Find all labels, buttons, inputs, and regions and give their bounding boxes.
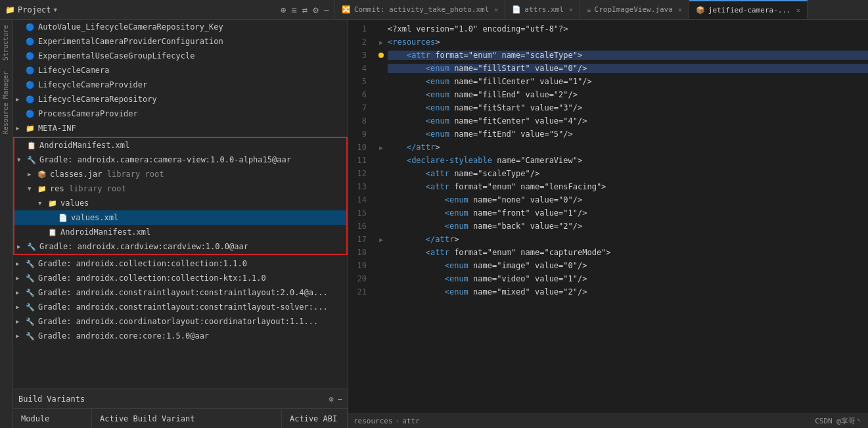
build-variants-title: Build Variants xyxy=(18,394,329,404)
tree-arrow: ▶ xyxy=(16,96,25,103)
tree-item[interactable]: ▼📁res library root xyxy=(14,181,346,196)
tab-icon-jetified: 📦 xyxy=(696,6,705,14)
structure-tab[interactable]: Structure xyxy=(0,20,12,66)
tree-label: ExperimentalUseCaseGroupLifecycle xyxy=(38,51,194,60)
tree-item[interactable]: 📄values.xml xyxy=(14,210,346,225)
code-text: <resources> xyxy=(388,37,440,47)
resource-manager-tab[interactable]: Resource Manager xyxy=(0,66,12,139)
code-text: <attr format="enum" name="lensFacing"> xyxy=(388,182,606,191)
line-number: 6 xyxy=(348,90,375,99)
tab-attrs[interactable]: 📄attrs.xml✕ xyxy=(505,0,580,19)
gutter-dot xyxy=(378,53,384,58)
build-variants-icons: ⚙ − xyxy=(329,394,342,404)
tree-item[interactable]: ▶📦classes.jar library root xyxy=(14,167,346,181)
line-number: 21 xyxy=(348,287,375,297)
list-icon[interactable]: ≡ xyxy=(291,5,296,15)
tab-close-attrs[interactable]: ✕ xyxy=(569,6,573,13)
tree-item[interactable]: ▼🔧Gradle: androidx.camera:camera-view:1.… xyxy=(14,153,346,167)
right-panel: 1<?xml version="1.0" encoding="utf-8"?>2… xyxy=(348,20,868,428)
code-text: <enum name="fillStart" value="0"/> xyxy=(388,64,868,73)
code-text: </attr> xyxy=(388,235,459,244)
tree-item[interactable]: ▼📁values xyxy=(14,196,346,210)
line-gutter: ▶ xyxy=(375,144,388,151)
minimize-icon[interactable]: − xyxy=(324,5,329,15)
folder-icon: 📁 xyxy=(5,5,15,14)
tab-close-jetified[interactable]: ✕ xyxy=(796,7,800,14)
tree-label: LifecycleCameraProvider xyxy=(38,80,147,89)
tree-item[interactable]: ▶🔧Gradle: androidx.coordinatorlayout:coo… xyxy=(13,314,348,329)
tree-item[interactable]: ▶🔵LifecycleCameraRepository xyxy=(13,92,348,107)
project-title[interactable]: 📁 Project ▼ xyxy=(5,5,57,14)
tree-item[interactable]: 🔵LifecycleCamera xyxy=(13,63,348,78)
bv-col-active-build: Active Build Variant xyxy=(92,409,282,428)
line-gutter: ▶ xyxy=(375,236,388,243)
tree-icon: 📦 xyxy=(37,169,47,179)
line-number: 17 xyxy=(348,235,375,244)
tree-label: Gradle: androidx.camera:camera-view:1.0.… xyxy=(39,155,291,164)
tree-item[interactable]: ▶🔧Gradle: androidx.cardview:cardview:1.0… xyxy=(14,239,346,254)
tree-label: ExperimentalCameraProviderConfiguration xyxy=(38,37,223,46)
line-number: 15 xyxy=(348,208,375,218)
tree-label: Gradle: androidx.collection:collection:1… xyxy=(38,259,247,268)
code-line: 8 <enum name="fitCenter" value="4"/> xyxy=(348,114,868,128)
tab-commit[interactable]: 🔀Commit: activity_take_photo.xml✕ xyxy=(335,0,505,19)
code-line: 21 <enum name="mixed" value="2"/> xyxy=(348,285,868,298)
tab-icon-cropimage: ☕ xyxy=(587,5,591,14)
tree-arrow: ▼ xyxy=(38,200,47,206)
sync-icon[interactable]: ⊕ xyxy=(281,5,286,15)
tree-item[interactable]: ▶🔧Gradle: androidx.collection:collection… xyxy=(13,256,348,271)
breadcrumb-bar: resources › attr CSDN @享哥丶 xyxy=(348,414,868,428)
code-line: 12 <attr name="scaleType"/> xyxy=(348,167,868,180)
code-text: <enum name="none" value="0"/> xyxy=(388,195,582,204)
tree-item[interactable]: 🔵ExperimentalCameraProviderConfiguration xyxy=(13,34,348,49)
bv-settings-icon[interactable]: ⚙ xyxy=(329,394,334,404)
tree-item[interactable]: 📋AndroidManifest.xml xyxy=(14,225,346,239)
tree-icon: 🔧 xyxy=(25,302,35,312)
top-bar-icons: ⊕ ≡ ⇄ ⚙ − xyxy=(281,5,329,15)
tree-item[interactable]: ▶📁META-INF xyxy=(13,121,348,135)
tab-close-commit[interactable]: ✕ xyxy=(494,6,498,13)
line-number: 4 xyxy=(348,64,375,73)
tree-icon: 📁 xyxy=(47,198,58,208)
line-number: 7 xyxy=(348,103,375,112)
project-tree: 🔵AutoValue_LifecycleCameraRepository_Key… xyxy=(13,20,348,389)
tab-label-commit: Commit: activity_take_photo.xml xyxy=(354,5,489,14)
build-variants-columns: Module Active Build Variant Active ABI xyxy=(13,408,348,428)
tree-icon: 🔵 xyxy=(25,80,35,90)
tree-item[interactable]: 📋AndroidManifest.xml xyxy=(14,138,346,153)
tree-item[interactable]: ▶🔧Gradle: androidx.constraintlayout:cons… xyxy=(13,300,348,314)
tree-label: values.xml xyxy=(71,213,118,222)
tree-arrow: ▶ xyxy=(16,333,25,339)
tab-label-jetified: jetified-camera-... xyxy=(708,6,791,14)
editor-content[interactable]: 1<?xml version="1.0" encoding="utf-8"?>2… xyxy=(348,20,868,414)
bv-minimize-icon[interactable]: − xyxy=(338,394,342,404)
tree-icon: 🔧 xyxy=(25,331,35,341)
tree-item[interactable]: ▶🔧Gradle: androidx.collection:collection… xyxy=(13,271,348,285)
red-border-section: 📋AndroidManifest.xml▼🔧Gradle: androidx.c… xyxy=(13,137,348,255)
tree-label: ProcessCameraProvider xyxy=(38,109,138,118)
tree-icon: 🔵 xyxy=(25,108,35,119)
bv-col-active-abi: Active ABI xyxy=(282,409,348,428)
tree-item[interactable]: ▶🔧Gradle: androidx.constraintlayout:cons… xyxy=(13,285,348,300)
side-tabs: Structure Resource Manager xyxy=(0,20,13,428)
code-text: </attr> xyxy=(388,143,440,152)
tab-label-cropimage: CropImageView.java xyxy=(595,5,673,14)
tab-close-cropimage[interactable]: ✕ xyxy=(678,6,682,13)
code-line: 3 <attr format="enum" name="scaleType"> xyxy=(348,49,868,62)
tree-item[interactable]: ▶🔧Gradle: androidx.core:core:1.5.0@aar xyxy=(13,329,348,343)
tree-arrow: ▶ xyxy=(28,171,37,178)
tab-cropimage[interactable]: ☕CropImageView.java✕ xyxy=(580,0,689,19)
breadcrumb-resources: resources xyxy=(354,417,393,425)
code-text: <attr format="enum" name="scaleType"> xyxy=(388,51,868,60)
tree-item[interactable]: 🔵AutoValue_LifecycleCameraRepository_Key xyxy=(13,20,348,34)
tree-item[interactable]: 🔵ExperimentalUseCaseGroupLifecycle xyxy=(13,49,348,63)
swap-icon[interactable]: ⇄ xyxy=(302,5,308,15)
tab-jetified[interactable]: 📦jetified-camera-...✕ xyxy=(689,0,808,19)
tree-icon: 🔧 xyxy=(25,316,35,327)
tree-item[interactable]: 🔵LifecycleCameraProvider xyxy=(13,78,348,92)
code-text: <enum name="front" value="1"/> xyxy=(388,208,587,218)
code-text: <declare-styleable name="CameraView"> xyxy=(388,156,582,165)
tree-item[interactable]: 🔵ProcessCameraProvider xyxy=(13,107,348,121)
line-gutter: ▶ xyxy=(375,39,388,46)
settings-icon[interactable]: ⚙ xyxy=(313,5,318,15)
